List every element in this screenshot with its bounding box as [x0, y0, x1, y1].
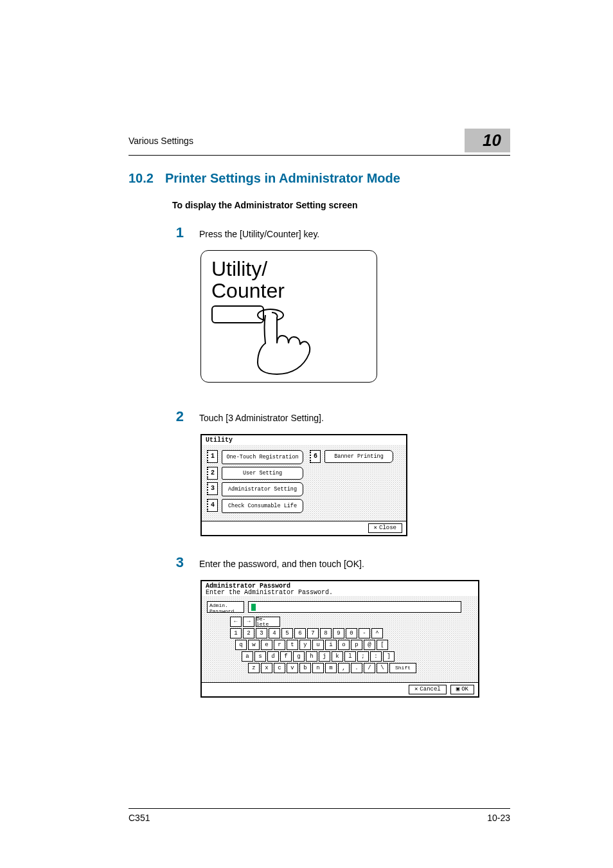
ok-button[interactable]: ▣ OK — [450, 685, 474, 694]
keyboard-key[interactable]: y — [299, 640, 311, 650]
step-text: Press the [Utility/Counter] key. — [199, 229, 319, 239]
menu-check-consumable-life[interactable]: Check Consumable Life — [222, 499, 303, 513]
password-field-label: Admin. Password — [207, 601, 244, 613]
keyboard-key[interactable]: f — [280, 651, 292, 662]
keyboard-key[interactable]: 8 — [320, 628, 332, 638]
keyboard-key[interactable]: g — [293, 651, 305, 662]
menu-number: 4 — [207, 499, 218, 512]
close-icon: ✕ — [374, 525, 377, 531]
cancel-button-label: Cancel — [420, 687, 440, 692]
cancel-button[interactable]: ✕ Cancel — [409, 685, 447, 694]
keyboard-row-z: zxcvbnm,./\Shift — [230, 663, 473, 673]
keyboard-key[interactable]: o — [338, 640, 350, 650]
ok-button-label: OK — [461, 687, 468, 692]
menu-number: 2 — [207, 467, 218, 480]
finger-press-icon — [246, 306, 317, 377]
keyboard-key[interactable]: m — [325, 663, 337, 673]
step-text: Enter the password, and then touch [OK]. — [199, 559, 364, 569]
ok-icon: ▣ — [456, 687, 459, 692]
keyboard-key[interactable]: n — [312, 663, 324, 673]
keyboard-key[interactable]: [ — [377, 640, 388, 650]
keyboard-row-a: asdfghjkl;:] — [230, 651, 473, 662]
keyboard-key[interactable]: 4 — [269, 628, 280, 638]
keyboard-key[interactable]: e — [261, 640, 272, 650]
keyboard-key[interactable]: j — [319, 651, 330, 662]
keyboard-row-numbers: 1234567890-^ — [230, 628, 473, 638]
panel-title: Utility — [202, 435, 406, 445]
keyboard-key[interactable]: a — [242, 651, 253, 662]
keyboard-key[interactable]: i — [325, 640, 337, 650]
keyboard-key[interactable]: 7 — [307, 628, 319, 638]
keyboard-key[interactable]: @ — [364, 640, 375, 650]
keyboard-key[interactable]: 6 — [294, 628, 306, 638]
keyboard-key[interactable]: s — [254, 651, 266, 662]
keyboard-key[interactable]: . — [351, 663, 362, 673]
keyboard-key[interactable]: 3 — [256, 628, 267, 638]
utility-key-label-line2: Counter — [211, 279, 285, 302]
section-title: Printer Settings in Administrator Mode — [165, 171, 400, 186]
arrow-left-button[interactable]: ← — [230, 617, 242, 627]
figure-utility-menu-panel: Utility 1 One-Touch Registration 2 User … — [200, 434, 510, 536]
cancel-icon: ✕ — [414, 687, 418, 692]
arrow-right-button[interactable]: → — [243, 617, 254, 627]
footer-rule — [129, 808, 510, 809]
keyboard-key[interactable]: l — [344, 651, 356, 662]
menu-banner-printing[interactable]: Banner Printing — [324, 450, 393, 463]
keyboard-key[interactable]: - — [359, 628, 370, 638]
keyboard-key[interactable]: 2 — [243, 628, 254, 638]
keyboard-key[interactable]: k — [332, 651, 343, 662]
keyboard-key[interactable]: b — [299, 663, 311, 673]
keyboard-key[interactable]: q — [235, 640, 247, 650]
footer-model: C351 — [129, 813, 150, 823]
keyboard-key[interactable]: z — [248, 663, 260, 673]
step-number: 3 — [172, 554, 184, 571]
menu-number: 1 — [207, 450, 218, 463]
close-button-label: Close — [379, 525, 396, 531]
step-text: Touch [3 Administrator Setting]. — [199, 413, 324, 423]
close-button[interactable]: ✕ Close — [368, 523, 402, 533]
step-number: 2 — [172, 408, 184, 425]
keyboard-key[interactable]: u — [312, 640, 324, 650]
menu-number: 3 — [207, 482, 218, 495]
keyboard-key[interactable]: 5 — [281, 628, 293, 638]
keyboard-key[interactable]: v — [287, 663, 298, 673]
menu-number: 6 — [310, 450, 321, 463]
keyboard-key[interactable]: x — [261, 663, 272, 673]
shift-button[interactable]: Shift — [389, 663, 416, 673]
menu-administrator-setting[interactable]: Administrator Setting — [222, 482, 303, 496]
header-section-name: Various Settings — [129, 136, 193, 146]
panel-subtitle: Enter the Administrator Password. — [206, 590, 474, 596]
keyboard-key[interactable]: , — [338, 663, 350, 673]
header-rule — [129, 155, 510, 156]
chapter-number-badge: 10 — [465, 129, 510, 152]
keyboard-key[interactable]: 0 — [346, 628, 357, 638]
step-number: 1 — [172, 224, 184, 241]
menu-one-touch-registration[interactable]: One-Touch Registration — [222, 450, 303, 464]
keyboard-key[interactable]: w — [248, 640, 260, 650]
procedure-subheading: To display the Administrator Setting scr… — [172, 200, 510, 210]
keyboard-key[interactable]: p — [351, 640, 362, 650]
keyboard-key[interactable]: c — [274, 663, 285, 673]
password-input[interactable] — [248, 601, 461, 613]
keyboard-key[interactable]: 9 — [333, 628, 344, 638]
keyboard-key[interactable]: d — [267, 651, 279, 662]
keyboard-key[interactable]: : — [370, 651, 382, 662]
text-cursor-icon — [251, 604, 256, 611]
menu-user-setting[interactable]: User Setting — [222, 467, 303, 480]
keyboard-key[interactable]: 1 — [230, 628, 242, 638]
keyboard-key[interactable]: h — [306, 651, 317, 662]
footer-page-number: 10-23 — [487, 813, 510, 823]
keyboard-key[interactable]: r — [274, 640, 285, 650]
keyboard-row-q: qwertyuiop@[ — [230, 640, 473, 650]
keyboard-key[interactable]: / — [364, 663, 375, 673]
figure-utility-key: Utility/ Counter — [200, 250, 510, 383]
figure-admin-password-panel: Administrator Password Enter the Adminis… — [200, 580, 510, 698]
keyboard-key[interactable]: ] — [383, 651, 395, 662]
keyboard-key[interactable]: t — [287, 640, 298, 650]
utility-key-label-line1: Utility/ — [211, 257, 267, 280]
section-number: 10.2 — [129, 171, 154, 186]
keyboard-key[interactable]: ; — [357, 651, 369, 662]
delete-button[interactable]: De- lete — [256, 617, 280, 627]
keyboard-key[interactable]: ^ — [371, 628, 383, 638]
keyboard-key[interactable]: \ — [377, 663, 388, 673]
